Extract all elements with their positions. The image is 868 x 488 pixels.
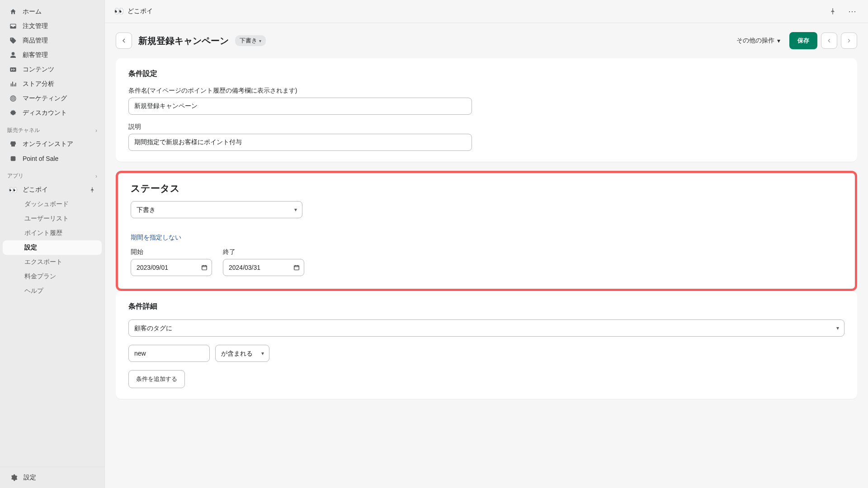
field-start-date: 開始 bbox=[131, 248, 212, 276]
subnav-point-history[interactable]: ポイント履歴 bbox=[3, 226, 102, 240]
field-description: 説明 bbox=[128, 123, 844, 151]
field-label: 開始 bbox=[131, 248, 212, 256]
store-icon bbox=[9, 140, 17, 148]
page-header: 新規登録キャンペーン 下書き ▾ その他の操作 ▾ 保存 bbox=[116, 32, 857, 49]
calendar-icon bbox=[293, 264, 300, 271]
subnav-dashboard[interactable]: ダッシュボード bbox=[3, 197, 102, 211]
content-icon bbox=[9, 66, 17, 74]
save-button[interactable]: 保存 bbox=[789, 32, 817, 49]
caret-down-icon: ▾ bbox=[259, 38, 261, 43]
nav-customers[interactable]: 顧客管理 bbox=[3, 48, 102, 62]
match-select[interactable]: が含まれる bbox=[215, 345, 269, 362]
subnav-pricing[interactable]: 料金プラン bbox=[3, 269, 102, 284]
nav-content[interactable]: コンテンツ bbox=[3, 62, 102, 77]
field-condition-name: 条件名(マイページのポイント履歴の備考欄に表示されます) bbox=[128, 87, 844, 115]
app-label: どこポイ bbox=[23, 186, 48, 194]
nav-orders[interactable]: 注文管理 bbox=[3, 19, 102, 33]
nav-analytics[interactable]: ストア分析 bbox=[3, 77, 102, 91]
app-subnav: ダッシュボード ユーザーリスト ポイント履歴 設定 エクスポート 料金プラン ヘ… bbox=[0, 197, 104, 298]
pin-icon[interactable] bbox=[89, 187, 95, 193]
other-ops-label: その他の操作 bbox=[736, 37, 774, 45]
tag-icon bbox=[9, 37, 17, 45]
end-date-input[interactable] bbox=[223, 259, 304, 276]
svg-rect-5 bbox=[294, 266, 299, 270]
subnav-label: 料金プラン bbox=[24, 272, 56, 281]
card-conditions: 条件設定 条件名(マイページのポイント履歴の備考欄に表示されます) 説明 bbox=[116, 58, 857, 162]
apps-header[interactable]: アプリ › bbox=[0, 166, 104, 183]
subnav-label: エクスポート bbox=[24, 258, 62, 266]
next-button[interactable] bbox=[841, 33, 857, 49]
description-input[interactable] bbox=[128, 134, 472, 151]
channels-header[interactable]: 販売チャネル › bbox=[0, 120, 104, 137]
channel-label: オンラインストア bbox=[23, 140, 73, 148]
card-detail: 条件詳細 顧客のタグに ▾ が含まれる ▾ bbox=[116, 291, 857, 399]
status-badge-label: 下書き bbox=[240, 37, 257, 45]
app-badge[interactable]: 👀 どこポイ bbox=[114, 6, 153, 16]
field-target: 顧客のタグに ▾ bbox=[128, 319, 844, 337]
subnav-label: ポイント履歴 bbox=[24, 229, 62, 237]
date-row: 開始 終了 bbox=[131, 248, 842, 276]
person-icon bbox=[9, 51, 17, 59]
target-select[interactable]: 顧客のタグに bbox=[128, 319, 844, 337]
page-title: 新規登録キャンペーン bbox=[138, 35, 229, 47]
content: 新規登録キャンペーン 下書き ▾ その他の操作 ▾ 保存 条件設定 bbox=[105, 23, 868, 426]
prev-button[interactable] bbox=[821, 33, 837, 49]
card-heading: 条件設定 bbox=[128, 69, 844, 79]
subnav-label: ユーザーリスト bbox=[24, 215, 69, 223]
subnav-help[interactable]: ヘルプ bbox=[3, 284, 102, 298]
caret-down-icon: ▾ bbox=[777, 37, 780, 44]
pos-icon bbox=[9, 155, 17, 163]
tag-value-input[interactable] bbox=[128, 345, 210, 362]
channel-label: Point of Sale bbox=[23, 155, 58, 162]
channel-online-store[interactable]: オンラインストア bbox=[3, 137, 102, 151]
other-ops-button[interactable]: その他の操作 ▾ bbox=[731, 33, 786, 48]
subnav-label: 設定 bbox=[24, 244, 37, 252]
topbar-more-button[interactable]: ⋯ bbox=[845, 5, 859, 18]
svg-rect-3 bbox=[11, 156, 16, 161]
condition-name-input[interactable] bbox=[128, 98, 472, 115]
field-label: 説明 bbox=[128, 123, 844, 131]
nav-marketing[interactable]: マーケティング bbox=[3, 91, 102, 106]
sidebar-footer: 設定 bbox=[0, 467, 104, 488]
primary-nav: ホーム 注文管理 商品管理 顧客管理 コンテンツ ストア分析 bbox=[0, 5, 104, 120]
channels-header-label: 販売チャネル bbox=[7, 127, 40, 134]
subnav-export[interactable]: エクスポート bbox=[3, 255, 102, 269]
nav-label: 商品管理 bbox=[23, 37, 48, 45]
status-select[interactable]: 下書き bbox=[131, 201, 302, 218]
subnav-userlist[interactable]: ユーザーリスト bbox=[3, 211, 102, 226]
subnav-label: ダッシュボード bbox=[24, 200, 69, 208]
nav-label: マーケティング bbox=[23, 94, 67, 103]
card-status-highlighted: ステータス 下書き ▾ 期間を指定しない 開始 bbox=[116, 171, 857, 291]
nav-discounts[interactable]: ディスカウント bbox=[3, 106, 102, 120]
home-icon bbox=[9, 8, 17, 16]
app-emoji-icon: 👀 bbox=[9, 186, 17, 194]
field-label: 条件名(マイページのポイント履歴の備考欄に表示されます) bbox=[128, 87, 844, 95]
sidebar-current-app[interactable]: 👀 どこポイ bbox=[3, 183, 102, 197]
back-button[interactable] bbox=[116, 33, 132, 49]
nav-label: ストア分析 bbox=[23, 80, 54, 88]
nav-products[interactable]: 商品管理 bbox=[3, 33, 102, 48]
no-period-link[interactable]: 期間を指定しない bbox=[131, 234, 181, 242]
inbox-icon bbox=[9, 22, 17, 30]
nav-label: コンテンツ bbox=[23, 66, 54, 74]
nav-home[interactable]: ホーム bbox=[3, 5, 102, 19]
header-actions: その他の操作 ▾ 保存 bbox=[731, 32, 857, 49]
svg-rect-4 bbox=[202, 266, 207, 270]
footer-settings[interactable]: 設定 bbox=[3, 467, 102, 488]
nav-label: ホーム bbox=[23, 8, 42, 16]
field-label: 終了 bbox=[223, 248, 304, 256]
topbar: 👀 どこポイ ⋯ bbox=[105, 0, 868, 23]
card-heading: ステータス bbox=[131, 182, 842, 195]
target-icon bbox=[9, 94, 17, 103]
channel-pos[interactable]: Point of Sale bbox=[3, 151, 102, 166]
gear-icon bbox=[10, 474, 18, 482]
start-date-input[interactable] bbox=[131, 259, 212, 276]
status-badge[interactable]: 下書き ▾ bbox=[235, 35, 266, 46]
topbar-pin-button[interactable] bbox=[826, 5, 839, 18]
subnav-settings[interactable]: 設定 bbox=[3, 240, 102, 255]
card-heading: 条件詳細 bbox=[128, 302, 844, 311]
calendar-icon bbox=[201, 264, 208, 271]
tag-row: が含まれる ▾ bbox=[128, 345, 844, 362]
nav-label: ディスカウント bbox=[23, 109, 67, 117]
add-condition-button[interactable]: 条件を追加する bbox=[128, 370, 185, 388]
